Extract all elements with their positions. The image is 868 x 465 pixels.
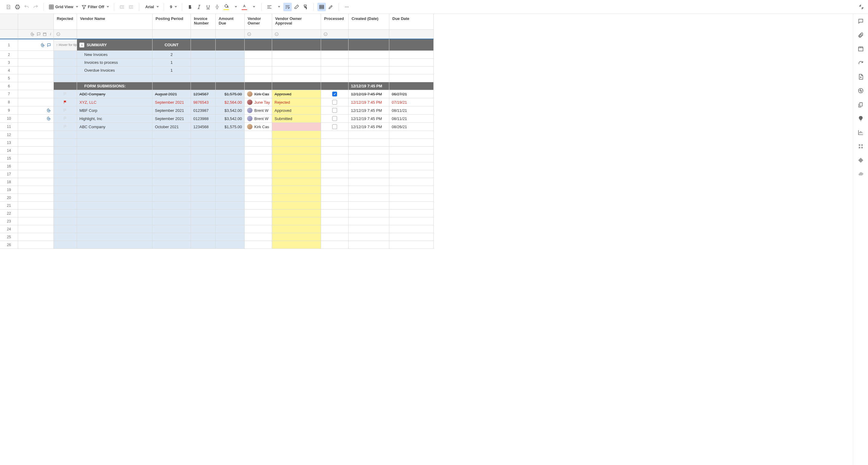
cell[interactable]: [245, 162, 272, 170]
rejected-cell[interactable]: [54, 107, 77, 115]
cell[interactable]: [153, 209, 191, 217]
processed-checkbox[interactable]: [332, 100, 337, 105]
cell[interactable]: [348, 178, 389, 186]
cell[interactable]: [153, 194, 191, 202]
redo-button[interactable]: [31, 3, 40, 11]
cell[interactable]: [321, 82, 348, 90]
cell[interactable]: [54, 147, 77, 154]
cell[interactable]: [348, 186, 389, 194]
cell[interactable]: [348, 217, 389, 225]
cell[interactable]: [191, 139, 216, 147]
cell[interactable]: [77, 170, 153, 178]
cell-history-button[interactable]: [857, 101, 864, 108]
cell[interactable]: [272, 59, 321, 66]
processed-checkbox[interactable]: [332, 116, 337, 121]
cell[interactable]: [321, 139, 348, 147]
cell[interactable]: [191, 217, 216, 225]
cell[interactable]: [191, 241, 216, 249]
cell[interactable]: [191, 39, 216, 51]
cell[interactable]: [245, 51, 272, 59]
cell[interactable]: [153, 225, 191, 233]
highlight-changes-button[interactable]: [327, 3, 335, 11]
due-cell[interactable]: 08/11/21: [389, 107, 434, 115]
cell[interactable]: [216, 202, 245, 209]
cell[interactable]: [321, 233, 348, 241]
grid-view-button[interactable]: Grid View: [48, 3, 80, 11]
cell[interactable]: [348, 241, 389, 249]
cell[interactable]: [216, 178, 245, 186]
row-number[interactable]: 15: [0, 154, 18, 162]
cell[interactable]: FORM SUBMISSIONS:: [77, 82, 153, 90]
cell[interactable]: [389, 225, 434, 233]
cell[interactable]: [348, 233, 389, 241]
cell[interactable]: [321, 154, 348, 162]
align-button[interactable]: [265, 3, 274, 11]
cell[interactable]: [389, 186, 434, 194]
cell[interactable]: [245, 194, 272, 202]
cell[interactable]: [321, 202, 348, 209]
font-size-select[interactable]: 9: [167, 3, 178, 11]
cell[interactable]: [191, 233, 216, 241]
cell[interactable]: [245, 178, 272, 186]
summary-count-cell[interactable]: 1: [153, 66, 191, 75]
cell[interactable]: [153, 82, 191, 90]
cell[interactable]: [245, 186, 272, 194]
cell[interactable]: [153, 217, 191, 225]
col-header-amount-due[interactable]: Amount Due: [216, 14, 245, 30]
text-color-button[interactable]: [240, 3, 249, 11]
cell[interactable]: [245, 225, 272, 233]
row-number[interactable]: 20: [0, 194, 18, 202]
cell[interactable]: [191, 186, 216, 194]
vendor-cell[interactable]: MBF Corp: [77, 107, 153, 115]
cell[interactable]: [77, 147, 153, 154]
update-requests-button[interactable]: [857, 59, 864, 66]
cell[interactable]: [216, 139, 245, 147]
invoice-cell[interactable]: 1234568: [191, 123, 216, 131]
cell[interactable]: [348, 51, 389, 59]
cell[interactable]: [153, 178, 191, 186]
cell[interactable]: [54, 170, 77, 178]
cell[interactable]: [77, 209, 153, 217]
cell[interactable]: [77, 194, 153, 202]
cell[interactable]: [54, 178, 77, 186]
cell[interactable]: [272, 178, 321, 186]
cell[interactable]: [216, 66, 245, 75]
cell[interactable]: [348, 194, 389, 202]
cell[interactable]: [321, 39, 348, 51]
cell[interactable]: [153, 233, 191, 241]
cell[interactable]: [389, 154, 434, 162]
cell[interactable]: [54, 131, 77, 139]
created-cell[interactable]: 12/12/19 7:45 PM: [348, 98, 389, 107]
cell[interactable]: [153, 147, 191, 154]
col-header-invoice-number[interactable]: Invoice Number: [191, 14, 216, 30]
cell[interactable]: [321, 194, 348, 202]
processed-cell[interactable]: [321, 107, 348, 115]
cell[interactable]: [245, 209, 272, 217]
proof-panel-button[interactable]: [857, 45, 864, 53]
summary-button[interactable]: [857, 115, 864, 122]
cell[interactable]: [77, 225, 153, 233]
cell[interactable]: [272, 139, 321, 147]
wrap-text-button[interactable]: [283, 3, 292, 11]
invoice-cell[interactable]: 0123987: [191, 107, 216, 115]
cell[interactable]: [153, 170, 191, 178]
outdent-button[interactable]: [118, 3, 126, 11]
cell[interactable]: [191, 225, 216, 233]
cell[interactable]: [348, 66, 389, 75]
chart-button[interactable]: [857, 129, 864, 136]
cell[interactable]: [272, 147, 321, 154]
count-header-cell[interactable]: COUNT: [153, 39, 191, 51]
collapse-icon[interactable]: −: [80, 42, 84, 48]
cell[interactable]: [348, 75, 389, 82]
row-number[interactable]: 23: [0, 217, 18, 225]
cell[interactable]: [389, 147, 434, 154]
approval-cell[interactable]: Rejected: [272, 98, 321, 107]
flag-outline-icon[interactable]: [63, 116, 67, 121]
cell[interactable]: [321, 51, 348, 59]
cell[interactable]: [216, 217, 245, 225]
invoice-cell[interactable]: 0123988: [191, 115, 216, 123]
amount-cell[interactable]: $1,575.00: [216, 90, 245, 98]
col-header-due-date[interactable]: Due Date: [389, 14, 434, 30]
cell[interactable]: [321, 178, 348, 186]
processed-checkbox[interactable]: [332, 108, 337, 113]
